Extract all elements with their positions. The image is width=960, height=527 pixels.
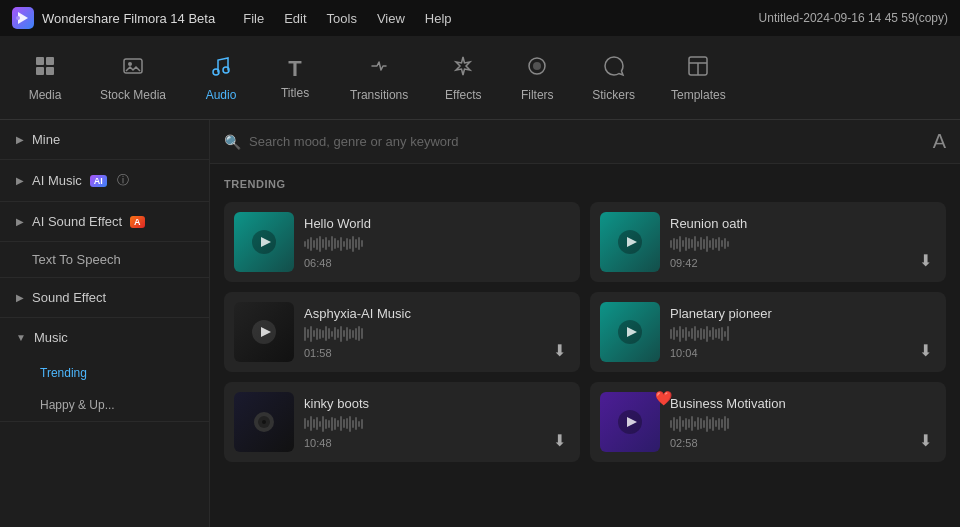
music-duration-asphyxia: 01:58 (304, 347, 570, 359)
ai-sound-badge: A (130, 216, 145, 228)
nav-titles-label: Titles (281, 86, 309, 100)
search-extra-button[interactable]: A (923, 130, 946, 153)
nav-effects-label: Effects (445, 88, 481, 102)
ai-sound-label: AI Sound Effect (32, 214, 122, 229)
music-title-kinky-boots: kinky boots (304, 396, 570, 411)
music-thumb-hello-world (234, 212, 294, 272)
sidebar-group-ai-sound-header[interactable]: ▶ AI Sound Effect A (0, 202, 209, 241)
music-thumb-planetary (600, 302, 660, 362)
menu-file[interactable]: File (243, 11, 264, 26)
titles-icon: T (288, 56, 301, 82)
title-bar: Wondershare Filmora 14 Beta File Edit To… (0, 0, 960, 36)
sidebar-item-tts[interactable]: Text To Speech (0, 242, 209, 277)
sidebar-group-ai-music-header[interactable]: ▶ AI Music AI ⓘ (0, 160, 209, 201)
nav-templates-label: Templates (671, 88, 726, 102)
download-btn-asphyxia[interactable]: ⬇ (549, 337, 570, 364)
project-name: Untitled-2024-09-16 14 45 59(copy) (759, 11, 948, 25)
music-duration-business-motivation: 02:58 (670, 437, 936, 449)
svg-rect-2 (36, 57, 44, 65)
music-title-hello-world: Hello World (304, 216, 570, 231)
ai-sound-arrow: ▶ (16, 216, 24, 227)
nav-stock-media-label: Stock Media (100, 88, 166, 102)
music-info-hello-world: Hello World 06:48 (304, 216, 570, 269)
transitions-icon (367, 54, 391, 84)
menu-help[interactable]: Help (425, 11, 452, 26)
nav-stock-media[interactable]: Stock Media (84, 46, 182, 110)
sound-effect-label: Sound Effect (32, 290, 106, 305)
search-icon: 🔍 (224, 134, 241, 150)
sidebar-item-trending[interactable]: Trending (0, 357, 209, 389)
svg-rect-5 (46, 67, 54, 75)
nav-effects[interactable]: Effects (428, 46, 498, 110)
nav-stickers-label: Stickers (592, 88, 635, 102)
search-input[interactable] (249, 134, 915, 149)
music-card-planetary[interactable]: Planetary pioneer 10:04 ⬇ (590, 292, 946, 372)
download-btn-kinky-boots[interactable]: ⬇ (549, 427, 570, 454)
nav-audio-label: Audio (206, 88, 237, 102)
download-btn-business-motivation[interactable]: ⬇ (915, 427, 936, 454)
music-title-asphyxia: Asphyxia-AI Music (304, 306, 570, 321)
content-scroll: TRENDING Hello World 06:48 (210, 164, 960, 527)
menu-edit[interactable]: Edit (284, 11, 306, 26)
music-info-kinky-boots: kinky boots 10:48 (304, 396, 570, 449)
svg-point-25 (262, 420, 266, 424)
sidebar-group-ai-sound-effect: ▶ AI Sound Effect A (0, 202, 209, 242)
waveform-hello-world (304, 235, 570, 253)
section-label-trending: TRENDING (224, 178, 946, 190)
music-card-business-motivation[interactable]: ❤️ Business Motivation 02:58 ⬇ (590, 382, 946, 462)
sound-effect-arrow: ▶ (16, 292, 24, 303)
music-arrow: ▼ (16, 332, 26, 343)
audio-icon (209, 54, 233, 84)
title-bar-menu: File Edit Tools View Help (243, 11, 451, 26)
menu-tools[interactable]: Tools (327, 11, 357, 26)
mine-label: Mine (32, 132, 60, 147)
filters-icon (525, 54, 549, 84)
music-card-kinky-boots[interactable]: kinky boots 10:48 ⬇ (224, 382, 580, 462)
nav-stickers[interactable]: Stickers (576, 46, 651, 110)
music-info-business-motivation: Business Motivation 02:58 (670, 396, 936, 449)
sidebar-group-music-header[interactable]: ▼ Music (0, 318, 209, 357)
sidebar: ▶ Mine ▶ AI Music AI ⓘ ▶ AI Sound Effect… (0, 120, 210, 527)
waveform-planetary (670, 325, 936, 343)
menu-view[interactable]: View (377, 11, 405, 26)
music-card-hello-world[interactable]: Hello World 06:48 (224, 202, 580, 282)
nav-filters[interactable]: Filters (502, 46, 572, 110)
waveform-reunion-oath (670, 235, 936, 253)
music-title-planetary: Planetary pioneer (670, 306, 936, 321)
nav-media-label: Media (29, 88, 62, 102)
ai-music-help-icon[interactable]: ⓘ (117, 172, 129, 189)
nav-transitions[interactable]: Transitions (334, 46, 424, 110)
top-nav: Media Stock Media Audio T Titles (0, 36, 960, 120)
nav-titles[interactable]: T Titles (260, 48, 330, 108)
music-info-asphyxia: Asphyxia-AI Music 01:58 (304, 306, 570, 359)
nav-audio[interactable]: Audio (186, 46, 256, 110)
app-name: Wondershare Filmora 14 Beta (42, 11, 215, 26)
ai-music-arrow: ▶ (16, 175, 24, 186)
svg-rect-4 (36, 67, 44, 75)
sidebar-item-happy-up[interactable]: Happy & Up... (0, 389, 209, 421)
nav-filters-label: Filters (521, 88, 554, 102)
sidebar-group-mine: ▶ Mine (0, 120, 209, 160)
waveform-kinky-boots (304, 415, 570, 433)
music-card-asphyxia[interactable]: Asphyxia-AI Music 01:58 ⬇ (224, 292, 580, 372)
sidebar-group-mine-header[interactable]: ▶ Mine (0, 120, 209, 159)
svg-point-7 (128, 62, 132, 66)
sidebar-group-sound-effect-header[interactable]: ▶ Sound Effect (0, 278, 209, 317)
download-btn-reunion-oath[interactable]: ⬇ (915, 247, 936, 274)
stock-media-icon (121, 54, 145, 84)
music-title-reunion-oath: Reunion oath (670, 216, 936, 231)
nav-media[interactable]: Media (10, 46, 80, 110)
media-icon (33, 54, 57, 84)
svg-rect-3 (46, 57, 54, 65)
ai-music-label: AI Music (32, 173, 82, 188)
music-duration-planetary: 10:04 (670, 347, 936, 359)
nav-templates[interactable]: Templates (655, 46, 742, 110)
heart-badge-business: ❤️ (655, 390, 672, 406)
music-card-reunion-oath[interactable]: Reunion oath 09:42 ⬇ (590, 202, 946, 282)
download-btn-planetary[interactable]: ⬇ (915, 337, 936, 364)
title-bar-left: Wondershare Filmora 14 Beta File Edit To… (12, 7, 452, 29)
music-thumb-business-motivation (600, 392, 660, 452)
search-bar: 🔍 A (210, 120, 960, 164)
templates-icon (686, 54, 710, 84)
app-logo (12, 7, 34, 29)
